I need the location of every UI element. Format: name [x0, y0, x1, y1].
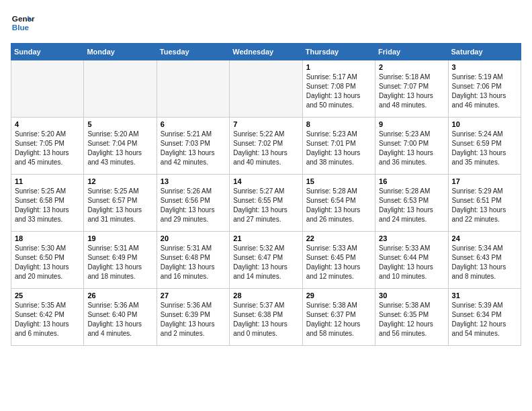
- calendar-day-cell: 17Sunrise: 5:29 AM Sunset: 6:51 PM Dayli…: [448, 175, 521, 232]
- calendar-day-cell: 7Sunrise: 5:22 AM Sunset: 7:02 PM Daylig…: [230, 118, 302, 175]
- day-number: 23: [379, 234, 444, 242]
- day-info: Sunrise: 5:19 AM Sunset: 7:06 PM Dayligh…: [452, 73, 517, 110]
- day-info: Sunrise: 5:18 AM Sunset: 7:07 PM Dayligh…: [379, 73, 444, 110]
- calendar-day-cell: [157, 60, 229, 118]
- day-info: Sunrise: 5:25 AM Sunset: 6:57 PM Dayligh…: [87, 187, 152, 224]
- day-number: 10: [452, 120, 517, 128]
- day-number: 4: [15, 120, 80, 128]
- calendar-day-cell: 3Sunrise: 5:19 AM Sunset: 7:06 PM Daylig…: [448, 60, 521, 118]
- calendar-day-cell: 19Sunrise: 5:31 AM Sunset: 6:49 PM Dayli…: [84, 232, 157, 289]
- day-info: Sunrise: 5:34 AM Sunset: 6:43 PM Dayligh…: [452, 244, 517, 281]
- calendar-day-cell: 31Sunrise: 5:39 AM Sunset: 6:34 PM Dayli…: [448, 289, 521, 346]
- day-number: 2: [379, 63, 444, 71]
- calendar-week-row: 1Sunrise: 5:17 AM Sunset: 7:08 PM Daylig…: [11, 60, 521, 118]
- calendar-day-cell: 20Sunrise: 5:31 AM Sunset: 6:48 PM Dayli…: [157, 232, 229, 289]
- calendar-day-cell: 5Sunrise: 5:20 AM Sunset: 7:04 PM Daylig…: [84, 118, 157, 175]
- day-info: Sunrise: 5:22 AM Sunset: 7:02 PM Dayligh…: [233, 130, 298, 167]
- day-info: Sunrise: 5:23 AM Sunset: 7:00 PM Dayligh…: [379, 130, 444, 167]
- logo: General Blue: [11, 11, 35, 35]
- day-number: 19: [87, 234, 152, 242]
- day-number: 21: [233, 234, 298, 242]
- calendar-day-cell: 9Sunrise: 5:23 AM Sunset: 7:00 PM Daylig…: [375, 118, 448, 175]
- day-number: 12: [87, 177, 152, 185]
- calendar-day-cell: 13Sunrise: 5:26 AM Sunset: 6:56 PM Dayli…: [157, 175, 229, 232]
- day-info: Sunrise: 5:39 AM Sunset: 6:34 PM Dayligh…: [452, 301, 517, 338]
- day-number: 28: [233, 291, 298, 300]
- day-number: 31: [452, 291, 517, 300]
- day-number: 11: [15, 177, 80, 185]
- day-number: 22: [306, 234, 371, 242]
- calendar-day-header: Thursday: [302, 44, 375, 60]
- day-number: 27: [161, 291, 226, 300]
- calendar-day-cell: [11, 60, 84, 118]
- calendar-week-row: 11Sunrise: 5:25 AM Sunset: 6:58 PM Dayli…: [11, 175, 521, 232]
- calendar-week-row: 25Sunrise: 5:35 AM Sunset: 6:42 PM Dayli…: [11, 289, 521, 346]
- day-info: Sunrise: 5:28 AM Sunset: 6:54 PM Dayligh…: [306, 187, 371, 224]
- day-info: Sunrise: 5:17 AM Sunset: 7:08 PM Dayligh…: [306, 73, 371, 110]
- day-number: 8: [306, 120, 371, 128]
- day-info: Sunrise: 5:21 AM Sunset: 7:03 PM Dayligh…: [161, 130, 226, 167]
- calendar-day-cell: 11Sunrise: 5:25 AM Sunset: 6:58 PM Dayli…: [11, 175, 84, 232]
- day-info: Sunrise: 5:20 AM Sunset: 7:05 PM Dayligh…: [15, 130, 80, 167]
- calendar-day-cell: 21Sunrise: 5:32 AM Sunset: 6:47 PM Dayli…: [230, 232, 302, 289]
- calendar-table: SundayMondayTuesdayWednesdayThursdayFrid…: [11, 43, 521, 346]
- svg-text:General: General: [12, 14, 35, 23]
- calendar-day-cell: 25Sunrise: 5:35 AM Sunset: 6:42 PM Dayli…: [11, 289, 84, 346]
- calendar-day-cell: 15Sunrise: 5:28 AM Sunset: 6:54 PM Dayli…: [302, 175, 375, 232]
- calendar-day-cell: 12Sunrise: 5:25 AM Sunset: 6:57 PM Dayli…: [84, 175, 157, 232]
- day-number: 16: [379, 177, 444, 185]
- calendar-day-cell: 16Sunrise: 5:28 AM Sunset: 6:53 PM Dayli…: [375, 175, 448, 232]
- calendar-day-header: Tuesday: [157, 44, 229, 60]
- logo-icon: General Blue: [11, 11, 35, 35]
- calendar-day-header: Saturday: [448, 44, 521, 60]
- day-info: Sunrise: 5:37 AM Sunset: 6:38 PM Dayligh…: [233, 301, 298, 338]
- calendar-day-cell: 18Sunrise: 5:30 AM Sunset: 6:50 PM Dayli…: [11, 232, 84, 289]
- day-number: 26: [87, 291, 152, 300]
- calendar-day-cell: 27Sunrise: 5:36 AM Sunset: 6:39 PM Dayli…: [157, 289, 229, 346]
- calendar-day-cell: 2Sunrise: 5:18 AM Sunset: 7:07 PM Daylig…: [375, 60, 448, 118]
- calendar-day-cell: 10Sunrise: 5:24 AM Sunset: 6:59 PM Dayli…: [448, 118, 521, 175]
- day-info: Sunrise: 5:33 AM Sunset: 6:45 PM Dayligh…: [306, 244, 371, 281]
- day-number: 18: [15, 234, 80, 242]
- day-number: 17: [452, 177, 517, 185]
- calendar-day-cell: 30Sunrise: 5:38 AM Sunset: 6:35 PM Dayli…: [375, 289, 448, 346]
- day-number: 15: [306, 177, 371, 185]
- calendar-day-cell: [230, 60, 302, 118]
- day-number: 1: [306, 63, 371, 71]
- day-info: Sunrise: 5:32 AM Sunset: 6:47 PM Dayligh…: [233, 244, 298, 281]
- day-number: 9: [379, 120, 444, 128]
- day-number: 3: [452, 63, 517, 71]
- calendar-day-cell: 28Sunrise: 5:37 AM Sunset: 6:38 PM Dayli…: [230, 289, 302, 346]
- day-number: 13: [161, 177, 226, 185]
- day-info: Sunrise: 5:36 AM Sunset: 6:39 PM Dayligh…: [161, 301, 226, 338]
- calendar-day-cell: 4Sunrise: 5:20 AM Sunset: 7:05 PM Daylig…: [11, 118, 84, 175]
- calendar-day-cell: 8Sunrise: 5:23 AM Sunset: 7:01 PM Daylig…: [302, 118, 375, 175]
- day-number: 25: [15, 291, 80, 300]
- calendar-day-cell: [84, 60, 157, 118]
- day-info: Sunrise: 5:25 AM Sunset: 6:58 PM Dayligh…: [15, 187, 80, 224]
- day-number: 6: [161, 120, 226, 128]
- calendar-header-row: SundayMondayTuesdayWednesdayThursdayFrid…: [11, 44, 521, 60]
- day-number: 14: [233, 177, 298, 185]
- day-info: Sunrise: 5:20 AM Sunset: 7:04 PM Dayligh…: [87, 130, 152, 167]
- calendar-day-cell: 23Sunrise: 5:33 AM Sunset: 6:44 PM Dayli…: [375, 232, 448, 289]
- day-info: Sunrise: 5:31 AM Sunset: 6:48 PM Dayligh…: [161, 244, 226, 281]
- calendar-day-header: Wednesday: [230, 44, 302, 60]
- page-header: General Blue: [11, 11, 521, 35]
- calendar-day-header: Sunday: [11, 44, 84, 60]
- day-number: 20: [161, 234, 226, 242]
- day-info: Sunrise: 5:31 AM Sunset: 6:49 PM Dayligh…: [87, 244, 152, 281]
- day-info: Sunrise: 5:33 AM Sunset: 6:44 PM Dayligh…: [379, 244, 444, 281]
- day-number: 7: [233, 120, 298, 128]
- svg-text:Blue: Blue: [12, 23, 30, 32]
- day-info: Sunrise: 5:35 AM Sunset: 6:42 PM Dayligh…: [15, 301, 80, 338]
- day-info: Sunrise: 5:36 AM Sunset: 6:40 PM Dayligh…: [87, 301, 152, 338]
- calendar-day-cell: 24Sunrise: 5:34 AM Sunset: 6:43 PM Dayli…: [448, 232, 521, 289]
- day-info: Sunrise: 5:30 AM Sunset: 6:50 PM Dayligh…: [15, 244, 80, 281]
- day-info: Sunrise: 5:29 AM Sunset: 6:51 PM Dayligh…: [452, 187, 517, 224]
- calendar-day-cell: 22Sunrise: 5:33 AM Sunset: 6:45 PM Dayli…: [302, 232, 375, 289]
- calendar-day-header: Monday: [84, 44, 157, 60]
- calendar-day-header: Friday: [375, 44, 448, 60]
- calendar-week-row: 4Sunrise: 5:20 AM Sunset: 7:05 PM Daylig…: [11, 118, 521, 175]
- calendar-week-row: 18Sunrise: 5:30 AM Sunset: 6:50 PM Dayli…: [11, 232, 521, 289]
